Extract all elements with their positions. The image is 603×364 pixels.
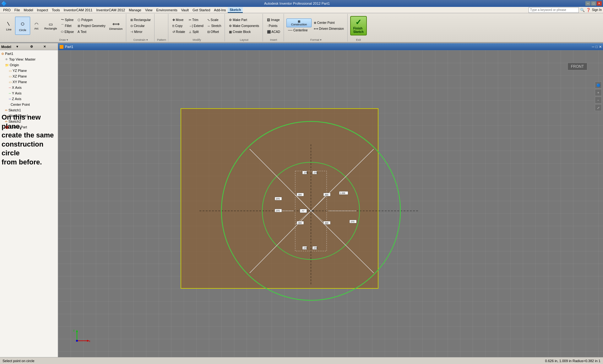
menu-item-getstarted[interactable]: Get Started (191, 8, 212, 13)
tree-item-part1[interactable]: ⚙Part1 (0, 51, 58, 56)
tree-item-z-axis[interactable]: ─Z Axis (0, 96, 58, 102)
search-icon[interactable]: 🔍 (580, 8, 585, 12)
ellipse-label: Ellipse (65, 30, 74, 34)
create-block-button[interactable]: ▦ Create Block (227, 29, 261, 35)
split-button[interactable]: ⊥ Split (187, 29, 205, 35)
viewport-title: Part1 (65, 45, 73, 49)
circular-button[interactable]: ⊙ Circular (129, 23, 152, 29)
make-part-button[interactable]: ⚙ Make Part (227, 17, 261, 23)
spline-icon: 〜 (61, 18, 64, 22)
format-label: Format ▾ (310, 38, 322, 41)
menu-item-manage[interactable]: Manage (127, 8, 143, 13)
pattern-label: Pattern (157, 38, 166, 41)
ribbon-content: / Line ○ Circle ◠ Arc ▭ Rectangle (0, 13, 603, 43)
viewport-minimize-icon[interactable]: ─ (592, 45, 595, 49)
menu-item-sketch[interactable]: Sketch (228, 7, 243, 13)
insert-col: 🖼 Image · Points ⬛ ACAD (265, 17, 282, 35)
menu-item-file[interactable]: File (13, 8, 22, 13)
menu-item-addins[interactable]: Add-Ins (212, 8, 228, 13)
status-right: 0.626 in, 1.009 in Radius=0.382 in 1 (545, 359, 600, 363)
insert-label: Insert (270, 38, 277, 41)
tree-item-xy-plane[interactable]: ▭XY Plane (0, 79, 58, 85)
menu-item-environments[interactable]: Environments (155, 8, 179, 13)
view-fit-button[interactable]: ⤢ (595, 104, 602, 111)
center-point-button[interactable]: ⊕ Center Point (312, 20, 345, 26)
minimize-button[interactable]: ─ (585, 1, 590, 6)
spline-button[interactable]: 〜 Spline (59, 17, 75, 23)
menu-item-icam2011[interactable]: InventorCAM 2011 (62, 8, 95, 13)
search-input[interactable] (529, 7, 579, 13)
dimension-button[interactable]: ⟺ Dimension (108, 17, 124, 35)
maximize-button[interactable]: □ (591, 1, 596, 6)
offset-button[interactable]: ⊟ Offset (206, 29, 223, 35)
viewport[interactable]: 🟧 Part1 ─ □ ✕ (58, 43, 603, 357)
menu-item-view[interactable]: View (143, 8, 155, 13)
tree-item-yz-plane[interactable]: ▭YZ Plane (0, 68, 58, 73)
close-button[interactable]: ✕ (597, 1, 602, 6)
tree-item-top-view[interactable]: 👁Top View: Master (0, 56, 58, 62)
view-zoom-out-button[interactable]: − (595, 97, 602, 104)
circle-label: Circle (19, 29, 26, 32)
rectangle-button[interactable]: ▭ Rectangle (43, 17, 59, 35)
centerline-button[interactable]: ── Centerline (286, 28, 312, 33)
make-components-button[interactable]: ⚙ Make Components (227, 23, 261, 29)
circle-button[interactable]: ○ Circle (15, 17, 30, 35)
arc-button[interactable]: ◠ Arc (31, 17, 42, 35)
sign-in[interactable]: Sign In (592, 8, 602, 12)
move-button[interactable]: ✥ Move (171, 17, 187, 23)
viewport-restore-icon[interactable]: □ (595, 45, 598, 49)
draw-small-tools-2: ⬡ Polygon ⊞ Project Geometry A Text (76, 17, 107, 35)
rectangular-button[interactable]: ⊞ Rectangular (129, 17, 152, 23)
ribbon-group-layout: ⚙ Make Part ⚙ Make Components ▦ Create B… (225, 14, 263, 41)
canvas-area[interactable]: .070 .070 .300 .300 1.000 .77 .070 .070 (58, 50, 603, 357)
scale-button[interactable]: ⤡ Scale (206, 17, 223, 23)
ribbon-group-exit: ✓ FinishSketch Exit (348, 14, 369, 41)
view-full-nav-button[interactable]: 🔵 (595, 82, 602, 88)
ribbon-group-draw: / Line ○ Circle ◠ Arc ▭ Rectangle (1, 14, 126, 41)
polygon-label: Polygon (81, 18, 93, 22)
help-icon[interactable]: ❓ (586, 8, 591, 12)
tree-item-y-axis[interactable]: ─Y Axis (0, 90, 58, 96)
modify-col2: ✂ Trim →| Extend ⊥ Split (187, 17, 205, 35)
driven-dimension-button[interactable]: ⟺ Driven Dimension (312, 26, 345, 32)
tree-item-x-axis[interactable]: ─X Axis (0, 85, 58, 90)
menu-item-pro[interactable]: PRO (1, 8, 13, 13)
tree-item-center-point[interactable]: ·Center Point (0, 102, 58, 107)
tree-item-origin[interactable]: 📁Origin (0, 62, 58, 68)
tree-item-sketch1[interactable]: ✏Sketch1 (0, 107, 58, 113)
rotate-button[interactable]: ↺ Rotate (171, 29, 187, 35)
layout-label: Layout (240, 38, 248, 41)
acad-button[interactable]: ⬛ ACAD (265, 29, 282, 35)
image-button[interactable]: 🖼 Image (265, 17, 282, 23)
finish-sketch-button[interactable]: ✓ FinishSketch (350, 16, 367, 35)
extend-button[interactable]: →| Extend (187, 23, 205, 29)
menu-item-inspect[interactable]: Inspect (35, 8, 50, 13)
menu-item-model[interactable]: Model (22, 8, 35, 13)
construction-button[interactable]: ▦ Construction (286, 19, 312, 27)
ellipse-button[interactable]: ⬭ Ellipse (59, 29, 75, 35)
menu-bar: PRO File Model Inspect Tools InventorCAM… (0, 7, 603, 13)
menu-item-tools[interactable]: Tools (50, 8, 62, 13)
view-zoom-in-button[interactable]: + (595, 89, 602, 96)
text-button[interactable]: A Text (76, 29, 107, 35)
tree-item-xz-plane[interactable]: ▭XZ Plane (0, 73, 58, 79)
line-button[interactable]: / Line (3, 17, 14, 35)
project-geometry-button[interactable]: ⊞ Project Geometry (76, 23, 107, 29)
stretch-button[interactable]: ↔ Stretch (206, 23, 223, 29)
viewport-close-icon[interactable]: ✕ (599, 45, 602, 49)
model-panel-settings-icon[interactable]: ⚙ (30, 45, 43, 48)
mirror-button[interactable]: ⊣ Mirror (129, 29, 152, 35)
menu-item-icam2012[interactable]: InventorCAM 2012 (94, 8, 127, 13)
model-panel-close-icon[interactable]: ✕ (43, 45, 57, 48)
window-controls: ─ □ ✕ (585, 1, 602, 6)
rectangle-label: Rectangle (44, 27, 57, 30)
trim-button[interactable]: ✂ Trim (187, 17, 205, 23)
polygon-button[interactable]: ⬡ Polygon (76, 17, 107, 23)
status-left: Select point on circle (3, 359, 35, 363)
copy-button[interactable]: ⎘ Copy (171, 23, 187, 29)
fillet-button[interactable]: ⌒ Fillet (59, 23, 75, 29)
menu-item-vault[interactable]: Vault (179, 8, 191, 13)
fillet-label: Fillet (65, 24, 72, 28)
model-panel-filter-icon[interactable]: ▼ (16, 45, 29, 48)
points-button[interactable]: · Points (265, 23, 282, 29)
